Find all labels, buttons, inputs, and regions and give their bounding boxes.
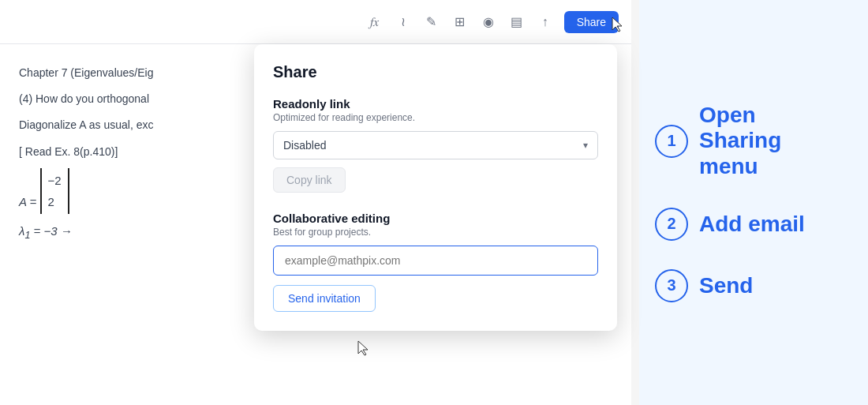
- step-2: 2 Add email: [655, 208, 852, 241]
- layout-icon[interactable]: ⊞: [451, 13, 470, 32]
- step-1-circle: 1: [655, 125, 688, 158]
- collab-label: Collaborative editing: [273, 212, 598, 225]
- doc-math-2: λ1 = −3 →: [19, 220, 234, 245]
- step-1-label: OpenSharingmenu: [699, 103, 781, 179]
- doc-line-2: (4) How do you orthogonal: [19, 89, 234, 109]
- step-3-label: Send: [699, 273, 753, 298]
- view-icon[interactable]: ◉: [479, 13, 498, 32]
- export-icon[interactable]: ↑: [536, 13, 555, 32]
- steps-panel: 1 OpenSharingmenu 2 Add email 3 Send: [639, 0, 868, 405]
- readonly-dropdown[interactable]: Disabled ▾: [273, 131, 598, 159]
- doc-line-1: Chapter 7 (Eigenvalues/Eig: [19, 63, 234, 83]
- share-modal: Share Readonly link Optimized for readin…: [254, 44, 617, 331]
- readonly-link-label: Readonly link: [273, 97, 598, 111]
- share-button[interactable]: Share: [564, 11, 619, 33]
- collab-sublabel: Best for group projects.: [273, 227, 598, 238]
- step-1: 1 OpenSharingmenu: [655, 103, 852, 179]
- share-modal-title: Share: [273, 63, 598, 81]
- edit-icon[interactable]: ✎: [422, 13, 441, 32]
- doc-line-3: Diagonalize A as usual, exc: [19, 115, 234, 135]
- formula-icon[interactable]: 𝑓𝑥: [365, 13, 384, 32]
- readonly-link-sublabel: Optimized for reading experience.: [273, 112, 598, 123]
- step-3: 3 Send: [655, 269, 852, 302]
- send-invitation-button[interactable]: Send invitation: [273, 285, 376, 312]
- draw-icon[interactable]: ≀: [394, 13, 413, 32]
- step-3-circle: 3: [655, 269, 688, 302]
- dropdown-value: Disabled: [283, 139, 326, 152]
- doc-icon[interactable]: ▤: [507, 13, 526, 32]
- email-input[interactable]: [273, 246, 598, 276]
- step-2-label: Add email: [699, 212, 805, 237]
- doc-math-1: A = −22: [19, 168, 234, 214]
- step-2-circle: 2: [655, 208, 688, 241]
- chevron-down-icon: ▾: [583, 140, 588, 151]
- toolbar: 𝑓𝑥 ≀ ✎ ⊞ ◉ ▤ ↑ Share: [0, 0, 631, 44]
- doc-line-4: [ Read Ex. 8(p.410)]: [19, 142, 234, 162]
- copy-link-button[interactable]: Copy link: [273, 167, 346, 193]
- document-content: Chapter 7 (Eigenvalues/Eig (4) How do yo…: [0, 47, 253, 266]
